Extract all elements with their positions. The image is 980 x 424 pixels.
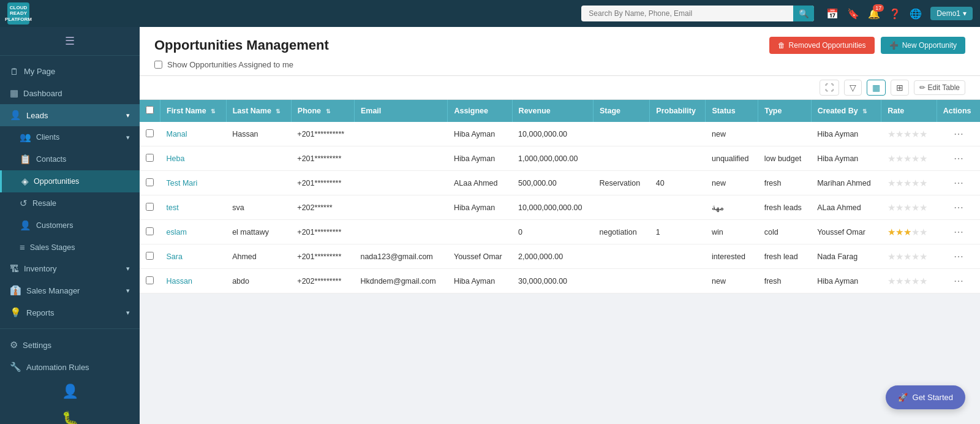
search-button[interactable]: 🔍 xyxy=(793,6,814,21)
rate-cell[interactable]: ★★★★★ xyxy=(881,244,937,269)
star-4[interactable]: ★ xyxy=(911,178,919,188)
star-2[interactable]: ★ xyxy=(895,276,903,286)
card-view-button[interactable]: ⊞ xyxy=(891,80,909,96)
rate-cell[interactable]: ★★★★★ xyxy=(881,220,937,244)
sidebar-item-settings[interactable]: ⚙ Settings xyxy=(0,334,140,356)
row-checkbox[interactable] xyxy=(146,129,154,137)
row-checkbox[interactable] xyxy=(146,203,154,211)
sort-icon-first-name[interactable]: ⇅ xyxy=(211,108,216,115)
star-2[interactable]: ★ xyxy=(895,227,903,237)
first-name-link[interactable]: Manal xyxy=(167,130,187,138)
star-3[interactable]: ★ xyxy=(903,227,911,237)
star-2[interactable]: ★ xyxy=(895,153,903,164)
help-icon[interactable]: ❓ xyxy=(889,8,901,20)
actions-cell[interactable]: ⋯ xyxy=(937,244,980,269)
sidebar-item-my-page[interactable]: 🗒 My Page xyxy=(0,61,140,82)
star-4[interactable]: ★ xyxy=(911,251,919,262)
sidebar-item-dashboard[interactable]: ▦ Dashboard xyxy=(0,82,140,104)
sidebar-item-automation[interactable]: 🔧 Automation Rules xyxy=(0,356,140,378)
star-4[interactable]: ★ xyxy=(911,276,919,286)
star-1[interactable]: ★ xyxy=(888,227,895,237)
star-3[interactable]: ★ xyxy=(903,251,911,262)
sidebar-item-avatar[interactable]: 👤 xyxy=(0,378,140,405)
sidebar-item-sales-manager[interactable]: 👔 Sales Manager ▾ xyxy=(0,279,140,301)
first-name-link[interactable]: Test Mari xyxy=(167,179,198,187)
star-3[interactable]: ★ xyxy=(903,276,911,286)
filter-icon-button[interactable]: ▽ xyxy=(844,80,862,96)
star-3[interactable]: ★ xyxy=(903,153,911,164)
first-name-link[interactable]: test xyxy=(167,203,179,212)
rate-cell[interactable]: ★★★★★ xyxy=(881,195,937,220)
row-checkbox[interactable] xyxy=(146,276,154,284)
star-1[interactable]: ★ xyxy=(888,153,895,164)
hamburger-menu-icon[interactable]: ☰ xyxy=(0,32,140,50)
sidebar-item-bug[interactable]: 🐛 xyxy=(0,405,140,424)
actions-cell[interactable]: ⋯ xyxy=(937,269,980,293)
select-all-checkbox[interactable] xyxy=(146,106,154,114)
row-checkbox[interactable] xyxy=(146,154,154,162)
calendar-icon[interactable]: 📅 xyxy=(826,8,839,20)
star-5[interactable]: ★ xyxy=(919,178,927,188)
star-3[interactable]: ★ xyxy=(903,129,911,139)
row-checkbox[interactable] xyxy=(146,178,154,186)
star-4[interactable]: ★ xyxy=(911,153,919,164)
get-started-button[interactable]: 🚀 Get Started xyxy=(886,385,965,409)
star-5[interactable]: ★ xyxy=(919,202,927,213)
sort-icon-last-name[interactable]: ⇅ xyxy=(276,108,281,115)
star-2[interactable]: ★ xyxy=(895,129,903,139)
first-name-link[interactable]: eslam xyxy=(167,228,187,237)
sort-icon-phone[interactable]: ⇅ xyxy=(326,108,331,115)
star-3[interactable]: ★ xyxy=(903,202,911,213)
star-2[interactable]: ★ xyxy=(895,251,903,262)
sidebar-item-resale[interactable]: ↺ Resale xyxy=(0,192,140,214)
star-2[interactable]: ★ xyxy=(895,178,903,188)
sidebar-item-clients[interactable]: 👥 Clients ▾ xyxy=(0,126,140,148)
actions-cell[interactable]: ⋯ xyxy=(937,146,980,171)
actions-cell[interactable]: ⋯ xyxy=(937,122,980,146)
show-assigned-checkbox[interactable] xyxy=(154,61,162,69)
actions-cell[interactable]: ⋯ xyxy=(937,195,980,220)
bookmark-icon[interactable]: 🔖 xyxy=(847,8,859,20)
grid-view-button[interactable]: ▦ xyxy=(867,80,886,96)
star-1[interactable]: ★ xyxy=(888,276,895,286)
star-4[interactable]: ★ xyxy=(911,202,919,213)
star-5[interactable]: ★ xyxy=(919,251,927,262)
star-1[interactable]: ★ xyxy=(888,129,895,139)
star-5[interactable]: ★ xyxy=(919,227,927,237)
actions-cell[interactable]: ⋯ xyxy=(937,171,980,195)
star-1[interactable]: ★ xyxy=(888,202,895,213)
star-2[interactable]: ★ xyxy=(895,202,903,213)
sidebar-item-leads[interactable]: 👤 Leads ▾ xyxy=(0,104,140,126)
star-3[interactable]: ★ xyxy=(903,178,911,188)
first-name-link[interactable]: Heba xyxy=(167,154,185,163)
edit-table-button[interactable]: ✏ Edit Table xyxy=(914,80,965,95)
rate-cell[interactable]: ★★★★★ xyxy=(881,122,937,146)
star-1[interactable]: ★ xyxy=(888,251,895,262)
rate-cell[interactable]: ★★★★★ xyxy=(881,269,937,293)
star-5[interactable]: ★ xyxy=(919,153,927,164)
globe-icon[interactable]: 🌐 xyxy=(910,8,922,20)
star-4[interactable]: ★ xyxy=(911,227,919,237)
expand-icon-button[interactable]: ⛶ xyxy=(820,80,839,96)
star-5[interactable]: ★ xyxy=(919,129,927,139)
sidebar-item-sales-stages[interactable]: ≡ Sales Stages xyxy=(0,237,140,258)
star-4[interactable]: ★ xyxy=(911,129,919,139)
notification-icon[interactable]: 🔔 17 xyxy=(868,8,880,20)
sidebar-item-reports[interactable]: 💡 Reports ▾ xyxy=(0,301,140,324)
star-1[interactable]: ★ xyxy=(888,178,895,188)
rate-cell[interactable]: ★★★★★ xyxy=(881,146,937,171)
actions-cell[interactable]: ⋯ xyxy=(937,220,980,244)
sidebar-item-customers[interactable]: 👤 Customers xyxy=(0,214,140,237)
sort-icon-created-by[interactable]: ⇅ xyxy=(862,108,867,115)
star-5[interactable]: ★ xyxy=(919,276,927,286)
sidebar-item-opportunities[interactable]: ◈ Opportunities xyxy=(0,170,140,192)
removed-opportunities-button[interactable]: 🗑 Removed Opportunities xyxy=(769,37,875,54)
rate-cell[interactable]: ★★★★★ xyxy=(881,171,937,195)
row-checkbox[interactable] xyxy=(146,227,154,235)
user-menu-button[interactable]: Demo1 ▾ xyxy=(930,7,973,20)
search-input[interactable] xyxy=(581,6,814,21)
first-name-link[interactable]: Hassan xyxy=(167,277,192,286)
first-name-link[interactable]: Sara xyxy=(167,252,183,261)
sidebar-item-inventory[interactable]: 🏗 Inventory ▾ xyxy=(0,258,140,279)
sidebar-item-contacts[interactable]: 📋 Contacts xyxy=(0,148,140,170)
